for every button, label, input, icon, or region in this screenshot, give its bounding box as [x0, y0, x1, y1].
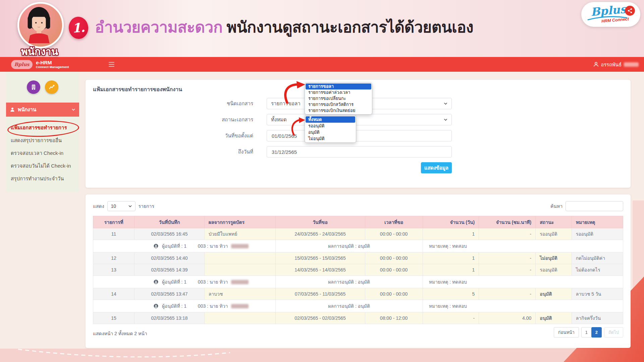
page-length-select[interactable]: 10	[107, 201, 136, 211]
user-menu[interactable]: อรรถพันธ์	[593, 61, 639, 68]
app-subtitle: Connect Management	[36, 65, 69, 69]
column-header[interactable]: จำนวน (ชม.นาที)	[479, 216, 536, 228]
cell-recorded: 02/03/2565 13:47	[135, 288, 205, 300]
cell-request-date: 02/03/2565 - 02/03/2565	[275, 312, 365, 324]
cell-request-time: 00:00 - 00:00	[365, 264, 423, 276]
date-to-field	[267, 146, 452, 158]
navbar-brand-logo[interactable]: Bplus	[11, 60, 33, 69]
table-page-info: แสดงหน้า 2 ทั้งหมด 2 หน้า	[93, 330, 147, 337]
dropdown-option-approved[interactable]: อนุมัติ	[306, 129, 355, 135]
sidebar-item-missed-check-in[interactable]: ตรวจสอบวันไม่ได้ Check-in	[11, 160, 79, 172]
sidebar-item-other-request-summary[interactable]: แสดงสรุปรายการขออื่น	[11, 134, 79, 147]
table-row: 11 02/03/2565 16:45 ป่วยมีใบแพทย์ 24/03/…	[93, 228, 623, 240]
approver-label: ผู้อนุมัติที่ : 1	[162, 243, 186, 249]
doc-type-dropdown: รายการขอลา รายการขอค่าล่วงเวลา รายการขอเ…	[305, 82, 372, 115]
column-header[interactable]: วันที่ขอ	[275, 216, 365, 228]
sidebar-item-label: สรุปการทำงานประจำวัน	[11, 176, 64, 181]
approver-result: ผลการอนุมัติ : อนุมัติ	[275, 240, 423, 252]
cell-card-result: ป่วยมีใบแพทย์	[204, 228, 275, 240]
cell-remark: ไม่ต้องกดไร	[572, 264, 623, 276]
sidebar-item-request-documents[interactable]: แฟ้มเอกสารขอทำรายการ	[11, 121, 79, 134]
building-icon	[30, 84, 37, 90]
sidebar-item-label: แฟ้มเอกสารขอทำรายการ	[11, 125, 67, 130]
dropdown-option-rejected[interactable]: ไม่อนุมัติ	[306, 135, 355, 142]
dropdown-option-overtime[interactable]: รายการขอค่าล่วงเวลา	[306, 89, 371, 96]
pagination-prev-button[interactable]: ก่อนหน้า	[554, 327, 579, 338]
column-header[interactable]: เวลาที่ขอ	[365, 216, 423, 228]
column-header[interactable]: รายการที่	[93, 216, 135, 228]
cell-hours: -	[479, 288, 536, 300]
chevron-down-icon	[128, 205, 132, 207]
chevron-down-icon	[444, 119, 447, 121]
approver-info: ผู้อนุมัติที่ : 1 003 : นาย ทิวา	[93, 240, 276, 252]
sidebar-header-label: พนักงาน	[18, 106, 36, 114]
page: อำนวยความสะดวก พนักงานดูสถานะเอกสารได้ด้…	[0, 0, 644, 362]
dropdown-option-leave[interactable]: รายการขอลา	[306, 83, 371, 89]
cell-recorded: 02/03/2565 14:40	[135, 252, 205, 264]
approver-name: 003 : นาย ทิวา	[198, 243, 228, 249]
sidebar-item-label: ตรวจสอบเวลา Check-in	[11, 150, 63, 156]
sidebar-item-daily-work-summary[interactable]: สรุปการทำงานประจำวัน	[11, 172, 79, 185]
cell-days: 1	[423, 228, 479, 240]
dropdown-option-petty-cash[interactable]: รายการขอเบิกเงินสดย่อย	[306, 108, 371, 114]
chevron-down-icon	[444, 103, 447, 105]
dropdown-option-shift-change[interactable]: รายการขอเปลี่ยนกะ	[306, 96, 371, 102]
approver-row: ผู้อนุมัติที่ : 1 003 : นาย ทิวา ผลการอน…	[93, 276, 623, 288]
length-value: 10	[111, 203, 116, 209]
cell-days: -	[423, 312, 479, 324]
status-select[interactable]: ทั้งหมด	[267, 114, 452, 125]
app-name: e-HRM	[36, 60, 69, 65]
cell-hours: -	[479, 228, 536, 240]
column-header[interactable]: วันที่บันทึก	[135, 216, 205, 228]
approver-person-icon	[154, 280, 158, 285]
doc-type-label: ชนิดเอกสาร	[86, 98, 260, 109]
page-length-control: แสดง 10 รายการ	[93, 201, 154, 211]
search-input[interactable]	[566, 201, 623, 211]
table-row: 14 02/03/2565 13:47 ลาบวช 07/03/2565 - 1…	[93, 288, 623, 300]
person-icon	[10, 107, 15, 112]
approver-row: ผู้อนุมัติที่ : 1 003 : นาย ทิวา ผลการอน…	[93, 300, 623, 312]
form-row-date-to: ถึงวันที่	[86, 146, 631, 158]
cell-recorded: 02/03/2565 14:39	[135, 264, 205, 276]
search-label: ค้นหา	[550, 202, 562, 210]
approver-name: 003 : นาย ทิวา	[198, 303, 228, 309]
cell-no: 14	[93, 288, 135, 300]
pagination-next-button[interactable]: ถัดไป	[604, 327, 623, 338]
column-header[interactable]: หมายเหตุ	[572, 216, 623, 228]
sidebar-item-check-in-time[interactable]: ตรวจสอบเวลา Check-in	[11, 147, 79, 160]
approver-result: ผลการอนุมัติ : อนุมัติ	[275, 276, 423, 288]
requests-table: รายการที่ วันที่บันทึก ผลจากการรูดบัตร ว…	[93, 216, 623, 324]
sidebar-menu-header-employee[interactable]: พนักงาน	[6, 103, 79, 117]
sidebar: พนักงาน แฟ้มเอกสารขอทำรายการ แสดงสรุปราย…	[6, 72, 79, 192]
column-header[interactable]: ผลจากการรูดบัตร	[204, 216, 275, 228]
cell-card-result	[204, 252, 275, 264]
dropdown-option-pending[interactable]: รออนุมัติ	[306, 123, 355, 129]
dropdown-option-all[interactable]: ทั้งหมด	[306, 116, 355, 123]
promo-banner: อำนวยความสะดวก พนักงานดูสถานะเอกสารได้ด้…	[0, 0, 644, 57]
chart-shortcut-button[interactable]	[45, 80, 58, 94]
cell-no: 11	[93, 228, 135, 240]
status-label: สถานะเอกสาร	[86, 114, 260, 125]
approver-person-icon	[154, 304, 158, 309]
documents-shortcut-button[interactable]	[27, 80, 40, 94]
approver-remark: หมายเหตุ : ทดสอบ	[423, 240, 623, 252]
pagination-page-1[interactable]: 1	[581, 327, 592, 338]
show-data-button[interactable]: แสดงข้อมูล	[421, 162, 452, 173]
cell-recorded: 02/03/2565 13:18	[135, 312, 205, 324]
dropdown-option-welfare[interactable]: รายการขอเบิกสวัสดิการ	[306, 102, 371, 108]
redacted-name	[231, 244, 249, 248]
column-header[interactable]: สถานะ	[536, 216, 572, 228]
date-to-input[interactable]	[271, 149, 447, 155]
hamburger-menu-icon[interactable]	[109, 62, 114, 67]
date-from-input[interactable]	[271, 133, 447, 139]
cell-recorded: 02/03/2565 16:45	[135, 228, 205, 240]
cell-request-time: 00:00 - 00:00	[365, 228, 423, 240]
cell-remark: ลากิจครึ่งวัน	[572, 312, 623, 324]
banner-title-rest: พนักงานดูสถานะเอกสารได้ด้วยตนเอง	[222, 18, 473, 36]
table-header-row: รายการที่ วันที่บันทึก ผลจากการรูดบัตร ว…	[93, 216, 623, 228]
status-dropdown: ทั้งหมด รออนุมัติ อนุมัติ ไม่อนุมัติ	[305, 115, 356, 143]
column-header[interactable]: จำนวน (วัน)	[423, 216, 479, 228]
cell-request-date: 14/03/2565 - 14/03/2565	[275, 264, 365, 276]
pagination-page-2[interactable]: 2	[591, 327, 602, 338]
employee-avatar	[17, 2, 64, 48]
